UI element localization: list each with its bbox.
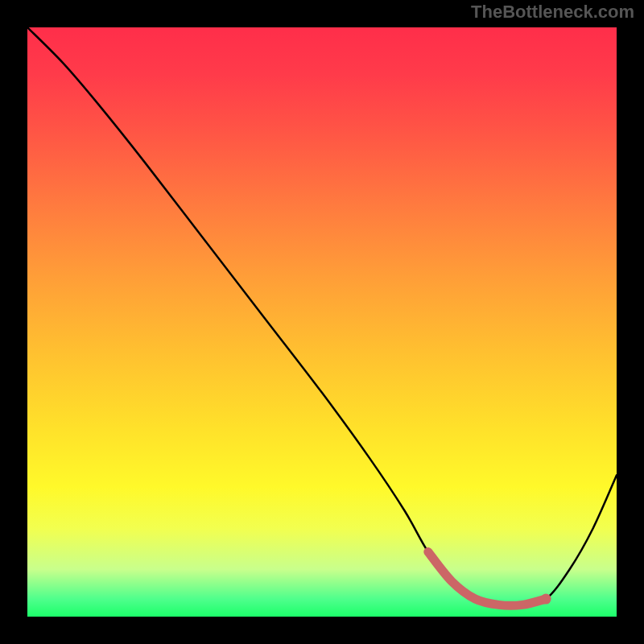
watermark-text: TheBottleneck.com [471,2,634,23]
chart-background-gradient [27,27,617,617]
chart-area [27,27,617,617]
